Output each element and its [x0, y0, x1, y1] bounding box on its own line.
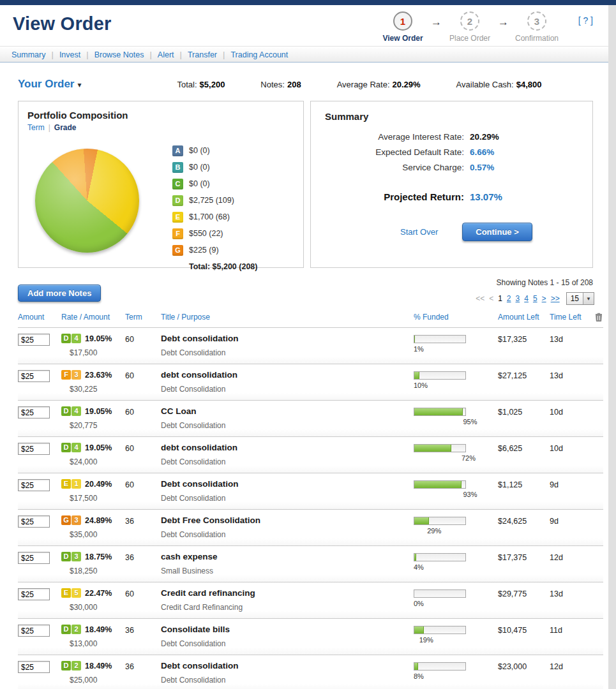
nav-separator: |: [174, 50, 188, 59]
pagination-page-4[interactable]: 4: [524, 294, 529, 303]
grade-badge: D2: [61, 661, 81, 670]
note-title-link[interactable]: Debt consolidation: [161, 334, 407, 343]
your-order-dropdown[interactable]: Your Order▾: [18, 78, 82, 91]
summary-panel: Summary Average Interest Rate:20.29% Exp…: [310, 101, 593, 268]
tab-separator: |: [45, 123, 54, 132]
note-title-link[interactable]: Debt consolidation: [161, 661, 407, 670]
amount-input[interactable]: [18, 588, 50, 600]
notes-table-body: D4 19.05% $17,500 60 Debt consolidation …: [18, 328, 603, 689]
funded-percent-label: 1%: [414, 345, 493, 353]
pagination: << < 1 2 3 4 5 > >> 15 ▼: [471, 292, 594, 305]
time-left-value: 11d: [550, 625, 589, 648]
amount-input[interactable]: [18, 479, 50, 491]
add-more-notes-button[interactable]: Add more Notes: [18, 285, 101, 302]
legend-grade-swatch: F: [172, 228, 183, 239]
amount-input[interactable]: [18, 406, 50, 419]
step-1-label: View Order: [376, 34, 430, 43]
funded-bar-fill: [414, 372, 419, 379]
grade-letter: D: [61, 406, 71, 416]
table-row: D3 18.75% $18,250 36 cash expense Small …: [18, 546, 603, 582]
note-purpose: Small Business: [161, 567, 407, 575]
amount-left-value: $23,000: [493, 661, 550, 685]
funded-bar-fill: [414, 408, 463, 415]
nav-separator: |: [144, 50, 157, 59]
nav-transfer[interactable]: Transfer: [188, 50, 217, 59]
header-amount[interactable]: Amount: [18, 313, 61, 323]
average-interest-rate-value: 20.29%: [470, 132, 499, 142]
grade-subgrade: 2: [71, 661, 81, 670]
time-left-value: 13d: [550, 588, 589, 612]
header-term[interactable]: Term: [125, 313, 161, 323]
legend-label: $550 (22): [189, 229, 223, 238]
amount-input[interactable]: [18, 661, 50, 673]
continue-button[interactable]: Continue >: [462, 223, 532, 241]
note-title-link[interactable]: Credit card refinancing: [161, 588, 407, 598]
grade-badge: G3: [61, 515, 81, 525]
header-amount-left[interactable]: Amount Left: [493, 313, 550, 323]
tab-term[interactable]: Term: [27, 123, 45, 132]
step-place-order: 2 Place Order: [443, 11, 497, 43]
amount-input[interactable]: [18, 443, 50, 455]
grade-letter: D: [61, 625, 71, 634]
pagination-last[interactable]: >>: [551, 294, 560, 303]
note-title-link[interactable]: debt consolidation: [161, 370, 407, 380]
table-row: D4 19.05% $20,775 60 CC Loan Debt Consol…: [18, 401, 603, 437]
header-time-left[interactable]: Time Left: [550, 313, 589, 323]
legend-label: $0 (0): [189, 179, 210, 188]
nav-invest[interactable]: Invest: [59, 50, 80, 59]
legend-item: G $225 (9): [172, 242, 257, 258]
trash-icon[interactable]: [595, 313, 603, 323]
grade-subgrade: 4: [71, 406, 81, 416]
amount-left-value: $29,775: [493, 588, 550, 612]
legend-item: C $0 (0): [172, 175, 257, 192]
header-rate-amount[interactable]: Rate / Amount: [61, 313, 125, 323]
start-over-link[interactable]: Start Over: [400, 227, 438, 237]
pagination-page-1[interactable]: 1: [498, 294, 502, 303]
page-size-select[interactable]: 15 ▼: [566, 292, 594, 305]
note-term: 36: [125, 661, 161, 685]
tab-grade[interactable]: Grade: [54, 123, 77, 132]
pagination-page-2[interactable]: 2: [507, 294, 511, 303]
grade-subgrade: 2: [71, 625, 81, 634]
amount-input[interactable]: [18, 552, 50, 564]
note-title-link[interactable]: Debt Free Consolidation: [161, 515, 407, 525]
pagination-next[interactable]: >: [542, 294, 546, 303]
funded-bar-fill: [414, 517, 429, 524]
note-title-link[interactable]: Debt consolidation: [161, 479, 407, 489]
amount-input[interactable]: [18, 334, 50, 346]
legend-item: E $1,700 (68): [172, 209, 257, 225]
help-link[interactable]: [ ? ]: [578, 15, 593, 26]
nav-separator: |: [80, 50, 94, 59]
time-left-value: 10d: [550, 406, 589, 430]
nav-summary[interactable]: Summary: [11, 50, 45, 59]
pagination-first[interactable]: <<: [476, 294, 485, 303]
note-title-link[interactable]: Consolidate bills: [161, 625, 407, 634]
note-title-link[interactable]: CC Loan: [161, 406, 407, 416]
amount-input[interactable]: [18, 370, 50, 382]
step-2-circle: 2: [460, 11, 479, 31]
header-title-purpose[interactable]: Title / Purpose: [161, 313, 407, 323]
loan-amount: $30,225: [70, 385, 125, 394]
funded-bar-fill: [414, 445, 451, 452]
pagination-page-5[interactable]: 5: [533, 294, 537, 303]
pie-legend: A $0 (0) B $0 (0) C $0 (0) D $2,725 (109…: [172, 142, 257, 258]
note-title-link[interactable]: cash expense: [161, 552, 407, 561]
header-funded[interactable]: % Funded: [407, 313, 493, 323]
step-indicator: 1 View Order → 2 Place Order → 3 Confirm…: [376, 11, 564, 43]
loan-amount: $17,500: [70, 494, 125, 503]
grade-badge: F3: [61, 370, 81, 380]
pagination-prev[interactable]: <: [489, 294, 493, 303]
note-purpose: Debt Consolidation: [161, 676, 407, 685]
amount-input[interactable]: [18, 515, 50, 528]
funded-percent-label: 72%: [462, 454, 493, 462]
amount-input[interactable]: [18, 625, 50, 637]
amount-left-value: $27,125: [493, 370, 550, 394]
note-rate: 24.89%: [85, 516, 112, 525]
note-title-link[interactable]: debt consolidation: [161, 443, 407, 452]
grade-subgrade: 5: [71, 588, 81, 598]
nav-browse-notes[interactable]: Browse Notes: [94, 50, 144, 59]
pagination-page-3[interactable]: 3: [516, 294, 520, 303]
funded-percent-label: 29%: [427, 527, 493, 535]
nav-alert[interactable]: Alert: [158, 50, 174, 59]
nav-trading-account[interactable]: Trading Account: [230, 50, 288, 59]
